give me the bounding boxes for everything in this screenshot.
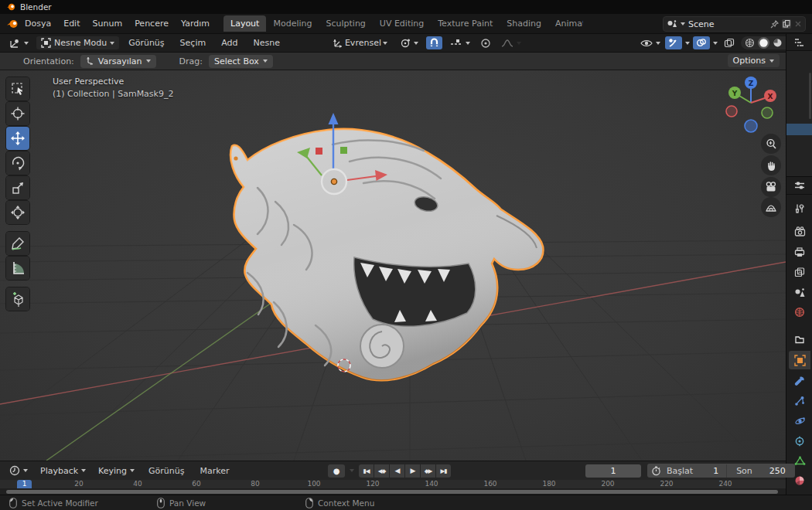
playhead[interactable]: 1 [17, 480, 32, 488]
props-tab-object[interactable] [789, 351, 810, 369]
status-middle-mouse-hint: Pan View [157, 498, 206, 508]
chevron-down-icon[interactable] [713, 42, 718, 45]
new-scene-icon[interactable] [782, 19, 791, 29]
props-tab-particles[interactable] [789, 392, 810, 410]
proportional-editing-toggle[interactable] [478, 36, 493, 50]
tool-add-primitive[interactable] [6, 287, 29, 311]
timeline-editor-type-button[interactable] [5, 464, 32, 478]
pan-view-button[interactable] [761, 155, 781, 175]
props-tab-modifiers[interactable] [789, 372, 810, 390]
tab-uv-editing[interactable]: UV Editing [373, 15, 431, 32]
tab-shading[interactable]: Shading [500, 15, 548, 32]
menu-dosya[interactable]: Dosya [19, 16, 57, 31]
play-reverse-button[interactable]: ◀ [390, 464, 404, 478]
previous-keyframe-button[interactable]: ◀◆ [374, 464, 389, 478]
play-button[interactable]: ▶ [405, 464, 420, 478]
chevron-down-icon[interactable] [350, 469, 354, 472]
menu-sunum[interactable]: Sunum [87, 16, 129, 31]
blender-logo-icon [6, 2, 15, 12]
shading-wireframe-button[interactable] [744, 37, 756, 49]
view-perspective-label: User Perspective [53, 76, 124, 87]
props-tab-collection[interactable] [789, 329, 810, 348]
tool-measure[interactable] [6, 257, 29, 280]
outliner-selected-row[interactable] [786, 124, 812, 135]
props-tab-world[interactable] [789, 303, 810, 321]
show-gizmo-toggle[interactable] [665, 36, 682, 49]
transform-orientation-dropdown[interactable]: Evrensel [328, 36, 392, 49]
snap-target-dropdown[interactable] [445, 37, 475, 49]
pivot-icon [400, 38, 411, 49]
menu-secim[interactable]: Seçim [174, 36, 213, 50]
props-tab-tool[interactable] [789, 199, 810, 218]
props-tab-render[interactable] [789, 222, 810, 240]
pin-icon[interactable] [770, 20, 779, 29]
jump-to-start-button[interactable]: ▮◀ [359, 464, 374, 478]
navigation-gizmo[interactable]: Z Y X [726, 76, 776, 132]
menu-nesne[interactable]: Nesne [247, 36, 285, 50]
show-overlays-toggle[interactable] [693, 36, 710, 49]
blender-menu-icon[interactable] [6, 19, 19, 29]
snap-toggle[interactable] [426, 36, 442, 49]
playback-menu[interactable]: Playback [36, 464, 90, 478]
end-frame-field[interactable]: Son 250 [727, 464, 795, 478]
drag-mode-dropdown[interactable]: Select Box [209, 55, 273, 68]
next-keyframe-button[interactable]: ◆▶ [421, 464, 435, 478]
chevron-down-icon[interactable] [685, 42, 690, 45]
tool-rotate[interactable] [6, 151, 29, 175]
orientation-default-dropdown[interactable]: Varsayılan [80, 55, 156, 68]
auto-keying-record-button[interactable]: ● [328, 464, 345, 478]
timeline-scrollbar-thumb[interactable] [6, 490, 778, 494]
tab-texture-paint[interactable]: Texture Paint [431, 15, 500, 32]
menu-edit[interactable]: Edit [57, 16, 86, 31]
shading-material-button[interactable] [772, 37, 783, 49]
menu-gorunus[interactable]: Görünüş [122, 36, 170, 50]
mode-dropdown[interactable]: Nesne Modu [36, 36, 119, 49]
menu-yardim[interactable]: Yardım [175, 16, 216, 31]
tool-annotate[interactable] [6, 232, 29, 255]
tool-transform[interactable] [6, 201, 29, 224]
xray-toggle[interactable] [721, 36, 738, 49]
menu-add[interactable]: Add [215, 36, 244, 50]
props-tab-constraints[interactable] [789, 432, 810, 450]
timeline-scrollbar[interactable] [0, 488, 786, 495]
keying-menu[interactable]: Keying [94, 464, 139, 478]
tab-sculpting[interactable]: Sculpting [319, 15, 372, 32]
visibility-dropdown[interactable] [639, 37, 662, 49]
props-tab-scene[interactable] [789, 283, 810, 301]
options-dropdown[interactable]: Options [728, 54, 780, 67]
props-tab-physics[interactable] [789, 412, 810, 430]
jump-to-end-button[interactable]: ▶▮ [436, 464, 451, 478]
tab-layout[interactable]: Layout [223, 15, 266, 32]
tool-scale[interactable] [6, 176, 29, 199]
editor-type-button[interactable] [5, 36, 33, 50]
timeline-ruler[interactable]: 20 40 60 80 100 120 140 160 180 200 220 … [0, 480, 786, 488]
camera-view-button[interactable] [761, 177, 781, 197]
timeline-menu-gorunus[interactable]: Görünüş [142, 464, 190, 478]
tool-move[interactable] [6, 127, 29, 150]
scene-selector[interactable]: Scene [663, 16, 806, 32]
mask-object[interactable] [230, 129, 543, 380]
close-icon[interactable] [794, 20, 802, 28]
tool-cursor[interactable] [6, 102, 29, 125]
outliner-header[interactable] [786, 34, 812, 51]
outliner-scrollbar[interactable] [809, 73, 811, 119]
props-tab-view-layer[interactable] [789, 263, 810, 281]
shading-solid-button[interactable] [758, 37, 769, 49]
timeline-menu-marker[interactable]: Marker [193, 464, 235, 478]
pivot-point-dropdown[interactable] [395, 36, 423, 50]
viewport-3d[interactable]: Z Y X User Perspective (1) Collection | … [0, 70, 786, 461]
properties-header[interactable] [786, 176, 812, 195]
props-tab-output[interactable] [789, 243, 810, 261]
menu-pencere[interactable]: Pencere [128, 16, 175, 31]
frame-range-group: Başlat 1 Son 250 [647, 464, 795, 478]
tool-select-box[interactable] [6, 77, 29, 100]
start-frame-field[interactable]: Başlat 1 [665, 464, 727, 478]
current-frame-field[interactable]: 1 [585, 464, 641, 478]
perspective-toggle-button[interactable] [761, 197, 781, 217]
proportional-falloff-dropdown[interactable] [496, 37, 526, 49]
tab-modeling[interactable]: Modeling [266, 15, 319, 32]
scene-name-field[interactable]: Scene [688, 19, 767, 29]
tab-animation[interactable]: Animation [548, 15, 583, 32]
zoom-view-button[interactable] [761, 134, 781, 154]
outliner-tree[interactable] [786, 51, 812, 176]
